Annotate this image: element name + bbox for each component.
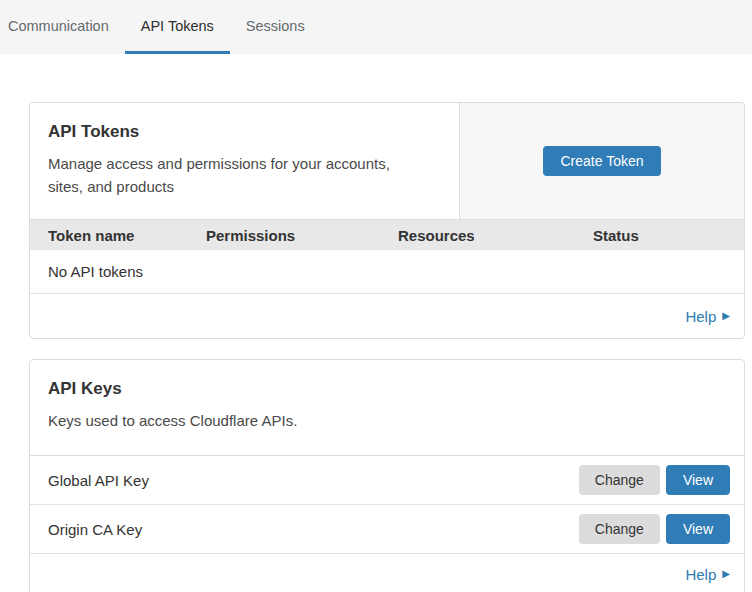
column-header-resources: Resources [398, 227, 593, 244]
change-origin-ca-key-button[interactable]: Change [579, 514, 660, 544]
api-tokens-card-header-action: Create Token [460, 103, 744, 219]
api-key-name: Origin CA Key [48, 521, 579, 538]
change-global-api-key-button[interactable]: Change [579, 465, 660, 495]
column-header-token-name: Token name [48, 227, 206, 244]
api-key-actions: Change View [579, 465, 730, 495]
api-key-actions: Change View [579, 514, 730, 544]
create-token-button[interactable]: Create Token [543, 146, 660, 176]
api-tokens-card: API Tokens Manage access and permissions… [29, 102, 745, 339]
tokens-help-row: Help ▶ [30, 294, 744, 338]
api-tokens-card-header: API Tokens Manage access and permissions… [30, 103, 744, 220]
api-key-row-origin-ca: Origin CA Key Change View [30, 505, 744, 554]
help-link-label: Help [685, 308, 716, 325]
tab-communication[interactable]: Communication [0, 0, 125, 54]
api-tokens-description: Manage access and permissions for your a… [48, 152, 428, 199]
tab-sessions[interactable]: Sessions [230, 0, 321, 54]
view-origin-ca-key-button[interactable]: View [666, 514, 730, 544]
tab-bar: Communication API Tokens Sessions [0, 0, 752, 54]
api-key-row-global: Global API Key Change View [30, 456, 744, 505]
column-header-status: Status [593, 227, 744, 244]
tokens-table-header: Token name Permissions Resources Status [30, 220, 744, 250]
tokens-help-link[interactable]: Help ▶ [685, 308, 730, 325]
view-global-api-key-button[interactable]: View [666, 465, 730, 495]
api-tokens-card-header-text: API Tokens Manage access and permissions… [30, 103, 460, 219]
keys-help-row: Help ▶ [30, 554, 744, 592]
api-keys-card-header: API Keys Keys used to access Cloudflare … [30, 360, 744, 456]
api-key-name: Global API Key [48, 472, 579, 489]
tokens-empty-state: No API tokens [30, 250, 744, 294]
column-header-permissions: Permissions [206, 227, 398, 244]
keys-help-link[interactable]: Help ▶ [685, 566, 730, 583]
tab-api-tokens[interactable]: API Tokens [125, 0, 230, 54]
api-keys-card: API Keys Keys used to access Cloudflare … [29, 359, 745, 592]
help-link-label: Help [685, 566, 716, 583]
api-keys-description: Keys used to access Cloudflare APIs. [48, 409, 428, 432]
page-content: API Tokens Manage access and permissions… [0, 54, 752, 592]
help-arrow-icon: ▶ [722, 311, 730, 321]
api-tokens-title: API Tokens [48, 122, 441, 142]
api-keys-title: API Keys [48, 379, 726, 399]
help-arrow-icon: ▶ [722, 569, 730, 579]
